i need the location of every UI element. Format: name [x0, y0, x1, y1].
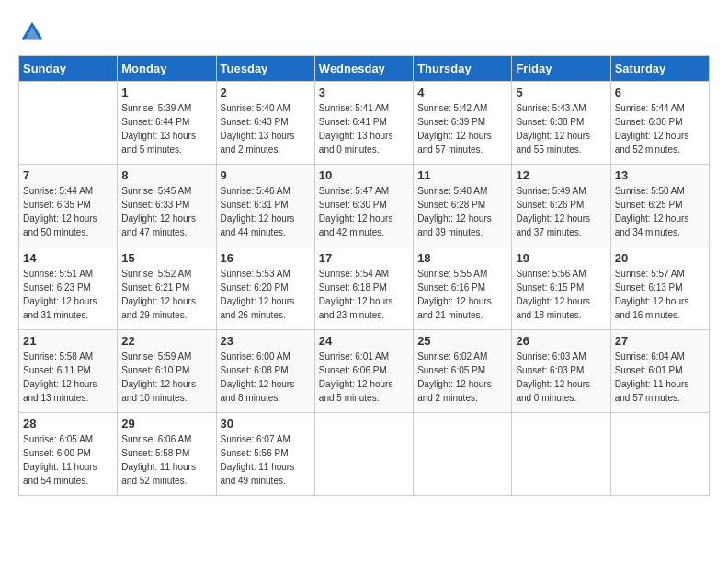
- day-number: 5: [516, 86, 606, 99]
- day-info: Sunrise: 5:50 AM Sunset: 6:25 PM Dayligh…: [615, 184, 705, 239]
- day-number: 7: [23, 168, 113, 182]
- calendar-day-cell: 13Sunrise: 5:50 AM Sunset: 6:25 PM Dayli…: [610, 165, 709, 247]
- day-number: 30: [221, 417, 311, 431]
- weekday-header: Sunday: [19, 56, 118, 82]
- day-info: Sunrise: 5:49 AM Sunset: 6:26 PM Dayligh…: [516, 184, 606, 239]
- day-info: Sunrise: 5:56 AM Sunset: 6:15 PM Dayligh…: [516, 267, 606, 322]
- day-info: Sunrise: 5:54 AM Sunset: 6:18 PM Dayligh…: [319, 267, 409, 322]
- day-number: 17: [319, 251, 409, 265]
- calendar-day-cell: 17Sunrise: 5:54 AM Sunset: 6:18 PM Dayli…: [314, 247, 413, 330]
- day-number: 16: [221, 251, 311, 265]
- day-info: Sunrise: 6:04 AM Sunset: 6:01 PM Dayligh…: [615, 350, 705, 405]
- day-number: 21: [23, 334, 113, 348]
- calendar-table: SundayMondayTuesdayWednesdayThursdayFrid…: [18, 55, 710, 496]
- day-info: Sunrise: 6:02 AM Sunset: 6:05 PM Dayligh…: [417, 350, 507, 405]
- day-info: Sunrise: 5:44 AM Sunset: 6:36 PM Dayligh…: [615, 101, 705, 156]
- page-header: [18, 18, 710, 46]
- calendar-day-cell: [610, 413, 709, 496]
- calendar-day-cell: 19Sunrise: 5:56 AM Sunset: 6:15 PM Dayli…: [512, 247, 610, 330]
- day-number: 25: [417, 334, 507, 348]
- calendar-day-cell: 3Sunrise: 5:41 AM Sunset: 6:41 PM Daylig…: [314, 82, 413, 165]
- day-info: Sunrise: 5:43 AM Sunset: 6:38 PM Dayligh…: [516, 101, 606, 156]
- calendar-day-cell: [512, 413, 610, 496]
- day-info: Sunrise: 5:59 AM Sunset: 6:10 PM Dayligh…: [121, 350, 211, 405]
- calendar-day-cell: 27Sunrise: 6:04 AM Sunset: 6:01 PM Dayli…: [610, 330, 709, 413]
- calendar-day-cell: 25Sunrise: 6:02 AM Sunset: 6:05 PM Dayli…: [414, 330, 512, 413]
- logo-icon: [18, 18, 46, 46]
- day-number: 20: [615, 251, 705, 265]
- calendar-day-cell: [414, 413, 512, 496]
- calendar-day-cell: 24Sunrise: 6:01 AM Sunset: 6:06 PM Dayli…: [314, 330, 413, 413]
- calendar-day-cell: 26Sunrise: 6:03 AM Sunset: 6:03 PM Dayli…: [512, 330, 610, 413]
- day-number: 18: [417, 251, 507, 265]
- calendar-day-cell: 20Sunrise: 5:57 AM Sunset: 6:13 PM Dayli…: [610, 247, 709, 330]
- calendar-day-cell: 18Sunrise: 5:55 AM Sunset: 6:16 PM Dayli…: [414, 247, 512, 330]
- day-number: 2: [221, 86, 311, 99]
- day-number: 13: [615, 168, 705, 182]
- calendar-day-cell: 7Sunrise: 5:44 AM Sunset: 6:35 PM Daylig…: [19, 165, 118, 247]
- day-number: 27: [615, 334, 705, 348]
- weekday-header: Saturday: [610, 56, 709, 82]
- calendar-week-row: 1Sunrise: 5:39 AM Sunset: 6:44 PM Daylig…: [19, 82, 710, 165]
- calendar-day-cell: 12Sunrise: 5:49 AM Sunset: 6:26 PM Dayli…: [512, 165, 610, 247]
- day-info: Sunrise: 5:41 AM Sunset: 6:41 PM Dayligh…: [319, 101, 409, 156]
- calendar-day-cell: 9Sunrise: 5:46 AM Sunset: 6:31 PM Daylig…: [216, 165, 314, 247]
- calendar-day-cell: 30Sunrise: 6:07 AM Sunset: 5:56 PM Dayli…: [216, 413, 314, 496]
- calendar-week-row: 14Sunrise: 5:51 AM Sunset: 6:23 PM Dayli…: [19, 247, 710, 330]
- calendar-day-cell: 22Sunrise: 5:59 AM Sunset: 6:10 PM Dayli…: [118, 330, 216, 413]
- weekday-header: Monday: [118, 56, 216, 82]
- day-number: 28: [23, 417, 113, 431]
- day-number: 8: [121, 168, 211, 182]
- calendar-day-cell: 10Sunrise: 5:47 AM Sunset: 6:30 PM Dayli…: [314, 165, 413, 247]
- day-info: Sunrise: 5:57 AM Sunset: 6:13 PM Dayligh…: [615, 267, 705, 322]
- day-number: 15: [121, 251, 211, 265]
- day-info: Sunrise: 5:39 AM Sunset: 6:44 PM Dayligh…: [121, 101, 211, 156]
- day-number: 22: [121, 334, 211, 348]
- day-number: 10: [319, 168, 409, 182]
- day-number: 3: [319, 86, 409, 99]
- calendar-day-cell: [314, 413, 413, 496]
- day-number: 14: [23, 251, 113, 265]
- day-info: Sunrise: 5:52 AM Sunset: 6:21 PM Dayligh…: [121, 267, 211, 322]
- day-info: Sunrise: 5:48 AM Sunset: 6:28 PM Dayligh…: [417, 184, 507, 239]
- logo: [18, 18, 50, 46]
- calendar-day-cell: 16Sunrise: 5:53 AM Sunset: 6:20 PM Dayli…: [216, 247, 314, 330]
- calendar-day-cell: 1Sunrise: 5:39 AM Sunset: 6:44 PM Daylig…: [118, 82, 216, 165]
- day-info: Sunrise: 5:40 AM Sunset: 6:43 PM Dayligh…: [221, 101, 311, 156]
- calendar-day-cell: 23Sunrise: 6:00 AM Sunset: 6:08 PM Dayli…: [216, 330, 314, 413]
- day-info: Sunrise: 5:46 AM Sunset: 6:31 PM Dayligh…: [221, 184, 311, 239]
- day-number: 6: [615, 86, 705, 99]
- calendar-day-cell: 8Sunrise: 5:45 AM Sunset: 6:33 PM Daylig…: [118, 165, 216, 247]
- day-info: Sunrise: 6:01 AM Sunset: 6:06 PM Dayligh…: [319, 350, 409, 405]
- calendar-day-cell: 14Sunrise: 5:51 AM Sunset: 6:23 PM Dayli…: [19, 247, 118, 330]
- day-number: 11: [417, 168, 507, 182]
- calendar-week-row: 28Sunrise: 6:05 AM Sunset: 6:00 PM Dayli…: [19, 413, 710, 496]
- calendar-day-cell: 28Sunrise: 6:05 AM Sunset: 6:00 PM Dayli…: [19, 413, 118, 496]
- day-info: Sunrise: 6:07 AM Sunset: 5:56 PM Dayligh…: [221, 432, 311, 488]
- calendar-day-cell: 15Sunrise: 5:52 AM Sunset: 6:21 PM Dayli…: [118, 247, 216, 330]
- calendar-week-row: 21Sunrise: 5:58 AM Sunset: 6:11 PM Dayli…: [19, 330, 710, 413]
- weekday-header: Wednesday: [314, 56, 413, 82]
- calendar-day-cell: 29Sunrise: 6:06 AM Sunset: 5:58 PM Dayli…: [118, 413, 216, 496]
- day-info: Sunrise: 6:03 AM Sunset: 6:03 PM Dayligh…: [516, 350, 606, 405]
- day-info: Sunrise: 6:05 AM Sunset: 6:00 PM Dayligh…: [23, 432, 113, 488]
- calendar-header-row: SundayMondayTuesdayWednesdayThursdayFrid…: [19, 56, 710, 82]
- calendar-day-cell: 5Sunrise: 5:43 AM Sunset: 6:38 PM Daylig…: [512, 82, 610, 165]
- day-info: Sunrise: 6:00 AM Sunset: 6:08 PM Dayligh…: [221, 350, 311, 405]
- weekday-header: Thursday: [414, 56, 512, 82]
- weekday-header: Tuesday: [216, 56, 314, 82]
- day-number: 26: [516, 334, 606, 348]
- day-number: 1: [121, 86, 211, 99]
- day-info: Sunrise: 5:47 AM Sunset: 6:30 PM Dayligh…: [319, 184, 409, 239]
- day-number: 19: [516, 251, 606, 265]
- calendar-day-cell: 6Sunrise: 5:44 AM Sunset: 6:36 PM Daylig…: [610, 82, 709, 165]
- day-info: Sunrise: 5:42 AM Sunset: 6:39 PM Dayligh…: [417, 101, 507, 156]
- day-info: Sunrise: 6:06 AM Sunset: 5:58 PM Dayligh…: [121, 432, 211, 488]
- day-info: Sunrise: 5:44 AM Sunset: 6:35 PM Dayligh…: [23, 184, 113, 239]
- day-number: 24: [319, 334, 409, 348]
- day-number: 4: [417, 86, 507, 99]
- calendar-day-cell: 11Sunrise: 5:48 AM Sunset: 6:28 PM Dayli…: [414, 165, 512, 247]
- calendar-day-cell: [19, 82, 118, 165]
- day-info: Sunrise: 5:58 AM Sunset: 6:11 PM Dayligh…: [23, 350, 113, 405]
- day-number: 12: [516, 168, 606, 182]
